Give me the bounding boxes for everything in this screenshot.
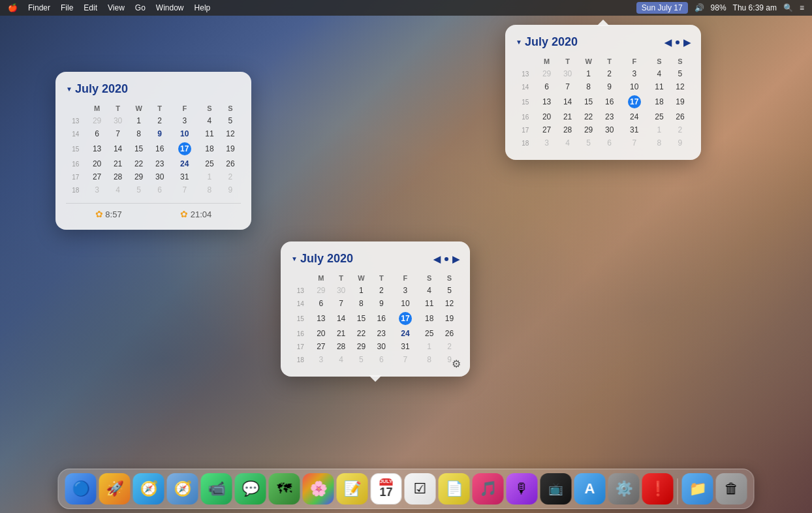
help-menu[interactable]: Help — [195, 3, 211, 12]
cal-day[interactable]: 11 — [199, 127, 220, 140]
cal-day[interactable]: 5 — [351, 353, 371, 366]
cal-day[interactable]: 30 — [331, 284, 351, 297]
cal-day[interactable]: 24 — [392, 327, 420, 340]
cal-day[interactable]: 16 — [371, 310, 392, 327]
cal-day[interactable]: 31 — [392, 340, 420, 353]
cal-day[interactable]: 8 — [199, 183, 220, 196]
cal-day[interactable]: 16 — [599, 93, 620, 110]
cal-day[interactable]: 24 — [620, 110, 649, 123]
cal-day[interactable]: 4 — [419, 284, 439, 297]
cal-day[interactable]: 30 — [371, 340, 392, 353]
cal-day[interactable]: 1 — [351, 284, 371, 297]
current-month-dot-3[interactable] — [445, 257, 448, 261]
cal-day[interactable]: 9 — [220, 183, 241, 196]
cal-day[interactable]: 2 — [371, 284, 392, 297]
volume-icon[interactable]: 🔊 — [695, 3, 704, 12]
cal-day[interactable]: 11 — [649, 80, 670, 93]
cal-day[interactable]: 19 — [439, 310, 460, 327]
cal-day[interactable]: 27 — [87, 170, 108, 183]
cal-day[interactable]: 23 — [371, 327, 392, 340]
dock-icon-appletv[interactable]: 📺 — [540, 473, 572, 505]
cal-day[interactable]: 29 — [311, 284, 331, 297]
cal-day[interactable]: 4 — [199, 114, 220, 127]
cal-day[interactable]: 8 — [351, 297, 371, 310]
cal-day[interactable]: 1 — [649, 123, 670, 136]
cal-day[interactable]: 2 — [599, 67, 620, 80]
dock-icon-launchpad[interactable]: 🚀 — [99, 473, 131, 505]
cal-day-today[interactable]: 17 — [620, 93, 649, 110]
next-month-btn-2[interactable]: ▶ — [683, 37, 691, 48]
cal-arrow-down-1[interactable]: ▼ — [66, 86, 72, 93]
edit-menu[interactable]: Edit — [84, 3, 97, 12]
cal-day[interactable]: 3 — [311, 353, 331, 366]
cal-day[interactable]: 23 — [599, 110, 620, 123]
dock-icon-photos[interactable]: 🌸 — [303, 473, 334, 505]
cal-day[interactable]: 4 — [108, 183, 129, 196]
prev-month-btn-3[interactable]: ◀ — [433, 254, 441, 264]
cal-day[interactable]: 1 — [129, 114, 149, 127]
dock-icon-files[interactable]: 📁 — [682, 473, 713, 505]
dock-icon-notes[interactable]: 📝 — [337, 473, 368, 505]
dock-icon-radar[interactable]: ❗ — [642, 473, 674, 505]
cal-day[interactable]: 2 — [439, 340, 460, 353]
cal-day[interactable]: 22 — [351, 327, 371, 340]
cal-day[interactable]: 8 — [419, 353, 439, 366]
cal-day[interactable]: 15 — [129, 140, 149, 157]
cal-day[interactable]: 11 — [419, 297, 439, 310]
file-menu[interactable]: File — [61, 3, 73, 12]
dock-icon-trash[interactable]: 🗑 — [716, 473, 747, 505]
cal-day[interactable]: 3 — [620, 67, 649, 80]
cal-day[interactable]: 25 — [649, 110, 670, 123]
cal-day[interactable]: 2 — [220, 170, 241, 183]
cal-day[interactable]: 25 — [419, 327, 439, 340]
cal-day[interactable]: 6 — [311, 297, 331, 310]
cal-day[interactable]: 10 — [392, 297, 420, 310]
dock-icon-stickies[interactable]: 📄 — [439, 473, 470, 505]
dock-icon-nav[interactable]: 🧭 — [167, 473, 198, 505]
cal-day[interactable]: 5 — [220, 114, 241, 127]
cal-day[interactable]: 13 — [87, 140, 108, 157]
cal-day[interactable]: 8 — [129, 127, 149, 140]
cal-day[interactable]: 6 — [149, 183, 170, 196]
cal-day[interactable]: 29 — [351, 340, 371, 353]
dock-icon-messages[interactable]: 💬 — [235, 473, 266, 505]
cal-day[interactable]: 26 — [670, 110, 691, 123]
cal-day[interactable]: 8 — [578, 80, 599, 93]
view-menu[interactable]: View — [108, 3, 125, 12]
cal-day[interactable]: 1 — [419, 340, 439, 353]
cal-day[interactable]: 7 — [331, 297, 351, 310]
cal-day[interactable]: 21 — [557, 110, 578, 123]
cal-day[interactable]: 7 — [620, 136, 649, 149]
cal-day[interactable]: 22 — [129, 157, 149, 170]
window-menu[interactable]: Window — [156, 3, 184, 12]
cal-day[interactable]: 2 — [149, 114, 170, 127]
cal-day[interactable]: 12 — [220, 127, 241, 140]
cal-day[interactable]: 7 — [108, 127, 129, 140]
cal-day[interactable]: 1 — [199, 170, 220, 183]
cal-day[interactable]: 28 — [331, 340, 351, 353]
cal-arrow-down-2[interactable]: ▼ — [516, 39, 522, 46]
cal-day[interactable]: 19 — [670, 93, 691, 110]
cal-day[interactable]: 29 — [129, 170, 149, 183]
cal-day[interactable]: 6 — [371, 353, 392, 366]
cal-day[interactable]: 29 — [87, 114, 108, 127]
cal-day[interactable]: 21 — [108, 157, 129, 170]
cal-day[interactable]: 31 — [620, 123, 649, 136]
dock-icon-maps[interactable]: 🗺 — [269, 473, 300, 505]
cal-day[interactable]: 16 — [149, 140, 170, 157]
cal-day[interactable]: 10 — [170, 127, 199, 140]
cal-day[interactable]: 18 — [199, 140, 220, 157]
cal-day[interactable]: 31 — [170, 170, 199, 183]
cal-day-today[interactable]: 17 — [392, 310, 420, 327]
cal-day[interactable]: 12 — [670, 80, 691, 93]
cal-day[interactable]: 20 — [311, 327, 331, 340]
cal-day[interactable]: 18 — [649, 93, 670, 110]
cal-day-today[interactable]: 17 — [170, 140, 199, 157]
cal-day[interactable]: 3 — [537, 136, 557, 149]
cal-day[interactable]: 9 — [670, 136, 691, 149]
widget-settings-gear[interactable]: ⚙︎ — [452, 358, 461, 370]
go-menu[interactable]: Go — [135, 3, 146, 12]
cal-day[interactable]: 15 — [351, 310, 371, 327]
cal-day[interactable]: 19 — [220, 140, 241, 157]
cal-day[interactable]: 10 — [620, 80, 649, 93]
